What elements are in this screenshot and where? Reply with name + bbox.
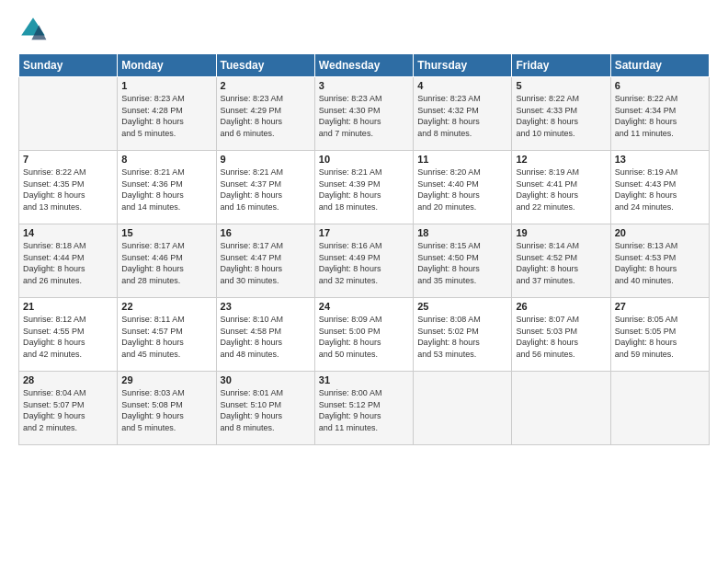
day-info: Sunrise: 8:17 AM Sunset: 4:47 PM Dayligh… [221,240,311,286]
day-number: 30 [221,374,311,385]
day-info: Sunrise: 8:19 AM Sunset: 4:43 PM Dayligh… [615,167,705,213]
day-header-tuesday: Tuesday [216,54,314,77]
day-number: 14 [23,227,113,238]
day-header-sunday: Sunday [19,54,118,77]
day-number: 25 [417,301,507,312]
calendar-cell: 15Sunrise: 8:17 AM Sunset: 4:46 PM Dayli… [118,224,216,298]
calendar-cell: 17Sunrise: 8:16 AM Sunset: 4:49 PM Dayli… [314,224,413,298]
day-info: Sunrise: 8:18 AM Sunset: 4:44 PM Dayligh… [23,240,113,286]
day-number: 21 [23,301,113,312]
day-info: Sunrise: 8:15 AM Sunset: 4:50 PM Dayligh… [417,240,507,286]
day-number: 3 [319,80,409,91]
page: SundayMondayTuesdayWednesdayThursdayFrid… [0,0,728,454]
day-info: Sunrise: 8:21 AM Sunset: 4:36 PM Dayligh… [121,167,211,213]
day-number: 31 [319,374,409,385]
day-info: Sunrise: 8:23 AM Sunset: 4:28 PM Dayligh… [121,93,211,139]
day-header-saturday: Saturday [610,54,709,77]
day-number: 17 [319,227,409,238]
day-number: 1 [121,80,211,91]
day-info: Sunrise: 8:03 AM Sunset: 5:08 PM Dayligh… [121,387,211,433]
day-number: 19 [516,227,606,238]
day-number: 11 [417,154,507,165]
day-info: Sunrise: 8:05 AM Sunset: 5:05 PM Dayligh… [615,314,705,360]
calendar-cell: 8Sunrise: 8:21 AM Sunset: 4:36 PM Daylig… [118,151,216,224]
calendar-cell [610,372,709,445]
calendar-cell: 27Sunrise: 8:05 AM Sunset: 5:05 PM Dayli… [610,298,709,372]
day-info: Sunrise: 8:07 AM Sunset: 5:03 PM Dayligh… [516,314,606,360]
calendar-cell: 19Sunrise: 8:14 AM Sunset: 4:52 PM Dayli… [512,224,610,298]
calendar-cell: 22Sunrise: 8:11 AM Sunset: 4:57 PM Dayli… [118,298,216,372]
day-number: 22 [121,301,211,312]
day-number: 28 [23,374,113,385]
calendar-cell: 2Sunrise: 8:23 AM Sunset: 4:29 PM Daylig… [216,77,314,151]
calendar-cell: 14Sunrise: 8:18 AM Sunset: 4:44 PM Dayli… [19,224,118,298]
day-info: Sunrise: 8:21 AM Sunset: 4:37 PM Dayligh… [221,167,311,213]
day-number: 16 [221,227,311,238]
day-header-wednesday: Wednesday [314,54,413,77]
calendar-cell: 5Sunrise: 8:22 AM Sunset: 4:33 PM Daylig… [512,77,610,151]
week-row-3: 14Sunrise: 8:18 AM Sunset: 4:44 PM Dayli… [19,224,710,298]
day-info: Sunrise: 8:10 AM Sunset: 4:58 PM Dayligh… [221,314,311,360]
day-info: Sunrise: 8:23 AM Sunset: 4:32 PM Dayligh… [417,93,507,139]
week-row-2: 7Sunrise: 8:22 AM Sunset: 4:35 PM Daylig… [19,151,710,224]
calendar-cell: 9Sunrise: 8:21 AM Sunset: 4:37 PM Daylig… [216,151,314,224]
day-info: Sunrise: 8:11 AM Sunset: 4:57 PM Dayligh… [121,314,211,360]
week-row-1: 1Sunrise: 8:23 AM Sunset: 4:28 PM Daylig… [19,77,710,151]
calendar-table: SundayMondayTuesdayWednesdayThursdayFrid… [18,53,710,445]
calendar-cell [19,77,118,151]
day-number: 27 [615,301,705,312]
calendar-cell: 23Sunrise: 8:10 AM Sunset: 4:58 PM Dayli… [216,298,314,372]
calendar-cell: 24Sunrise: 8:09 AM Sunset: 5:00 PM Dayli… [314,298,413,372]
day-number: 26 [516,301,606,312]
day-number: 29 [121,374,211,385]
calendar-cell: 21Sunrise: 8:12 AM Sunset: 4:55 PM Dayli… [19,298,118,372]
day-number: 7 [23,154,113,165]
calendar-cell: 7Sunrise: 8:22 AM Sunset: 4:35 PM Daylig… [19,151,118,224]
day-number: 23 [221,301,311,312]
calendar-cell: 25Sunrise: 8:08 AM Sunset: 5:02 PM Dayli… [414,298,512,372]
calendar-cell [414,372,512,445]
day-number: 20 [615,227,705,238]
calendar-cell: 28Sunrise: 8:04 AM Sunset: 5:07 PM Dayli… [19,372,118,445]
day-info: Sunrise: 8:04 AM Sunset: 5:07 PM Dayligh… [23,387,113,433]
calendar-cell: 31Sunrise: 8:00 AM Sunset: 5:12 PM Dayli… [314,372,413,445]
day-info: Sunrise: 8:01 AM Sunset: 5:10 PM Dayligh… [221,387,311,433]
day-number: 24 [319,301,409,312]
calendar-cell: 18Sunrise: 8:15 AM Sunset: 4:50 PM Dayli… [414,224,512,298]
day-info: Sunrise: 8:21 AM Sunset: 4:39 PM Dayligh… [319,167,409,213]
day-info: Sunrise: 8:22 AM Sunset: 4:33 PM Dayligh… [516,93,606,139]
day-number: 15 [121,227,211,238]
day-header-friday: Friday [512,54,610,77]
day-number: 5 [516,80,606,91]
calendar-cell: 4Sunrise: 8:23 AM Sunset: 4:32 PM Daylig… [414,77,512,151]
day-info: Sunrise: 8:23 AM Sunset: 4:30 PM Dayligh… [319,93,409,139]
day-number: 9 [221,154,311,165]
day-number: 2 [221,80,311,91]
day-number: 13 [615,154,705,165]
day-info: Sunrise: 8:00 AM Sunset: 5:12 PM Dayligh… [319,387,409,433]
day-info: Sunrise: 8:08 AM Sunset: 5:02 PM Dayligh… [417,314,507,360]
calendar-cell: 3Sunrise: 8:23 AM Sunset: 4:30 PM Daylig… [314,77,413,151]
day-info: Sunrise: 8:14 AM Sunset: 4:52 PM Dayligh… [516,240,606,286]
calendar-cell: 16Sunrise: 8:17 AM Sunset: 4:47 PM Dayli… [216,224,314,298]
day-info: Sunrise: 8:16 AM Sunset: 4:49 PM Dayligh… [319,240,409,286]
logo-icon [18,15,48,44]
logo [18,15,51,44]
calendar-cell: 12Sunrise: 8:19 AM Sunset: 4:41 PM Dayli… [512,151,610,224]
header-row: SundayMondayTuesdayWednesdayThursdayFrid… [19,54,710,77]
calendar-cell: 10Sunrise: 8:21 AM Sunset: 4:39 PM Dayli… [314,151,413,224]
day-info: Sunrise: 8:22 AM Sunset: 4:35 PM Dayligh… [23,167,113,213]
day-info: Sunrise: 8:13 AM Sunset: 4:53 PM Dayligh… [615,240,705,286]
calendar-cell: 26Sunrise: 8:07 AM Sunset: 5:03 PM Dayli… [512,298,610,372]
day-header-thursday: Thursday [414,54,512,77]
day-info: Sunrise: 8:19 AM Sunset: 4:41 PM Dayligh… [516,167,606,213]
calendar-cell: 30Sunrise: 8:01 AM Sunset: 5:10 PM Dayli… [216,372,314,445]
calendar-cell [512,372,610,445]
day-number: 18 [417,227,507,238]
calendar-cell: 13Sunrise: 8:19 AM Sunset: 4:43 PM Dayli… [610,151,709,224]
day-header-monday: Monday [118,54,216,77]
day-info: Sunrise: 8:09 AM Sunset: 5:00 PM Dayligh… [319,314,409,360]
week-row-4: 21Sunrise: 8:12 AM Sunset: 4:55 PM Dayli… [19,298,710,372]
day-info: Sunrise: 8:22 AM Sunset: 4:34 PM Dayligh… [615,93,705,139]
calendar-cell: 6Sunrise: 8:22 AM Sunset: 4:34 PM Daylig… [610,77,709,151]
